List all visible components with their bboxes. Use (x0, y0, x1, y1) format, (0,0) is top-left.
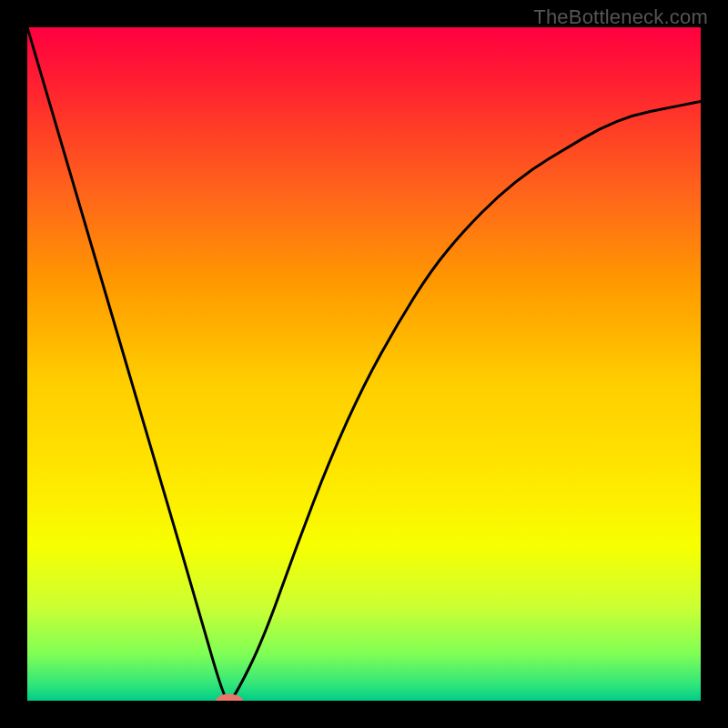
watermark-text: TheBottleneck.com (533, 5, 708, 29)
chart-frame: TheBottleneck.com (0, 0, 728, 728)
plot-area (27, 27, 701, 701)
chart-svg (27, 27, 701, 701)
